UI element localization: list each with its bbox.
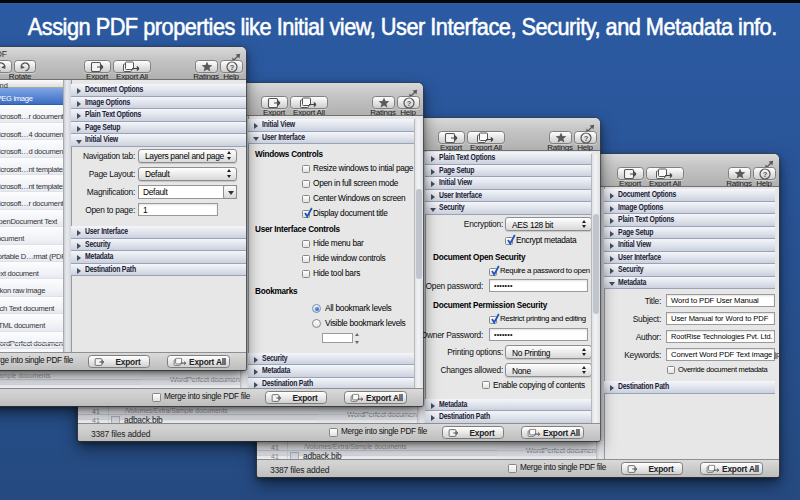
svg-text:?: ?: [229, 63, 234, 72]
svg-text:?: ?: [583, 134, 588, 143]
svg-text:?: ?: [762, 170, 767, 179]
svg-text:?: ?: [406, 99, 411, 108]
